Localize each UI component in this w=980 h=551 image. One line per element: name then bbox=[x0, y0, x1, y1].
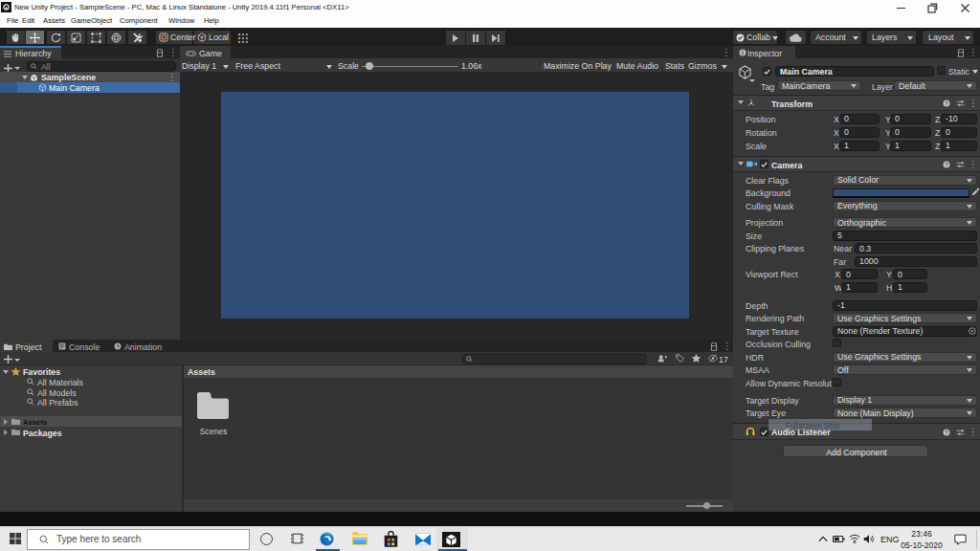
svg-text:?: ? bbox=[945, 162, 947, 167]
svg-text:?: ? bbox=[945, 430, 947, 435]
svg-text:?: ? bbox=[945, 100, 947, 106]
